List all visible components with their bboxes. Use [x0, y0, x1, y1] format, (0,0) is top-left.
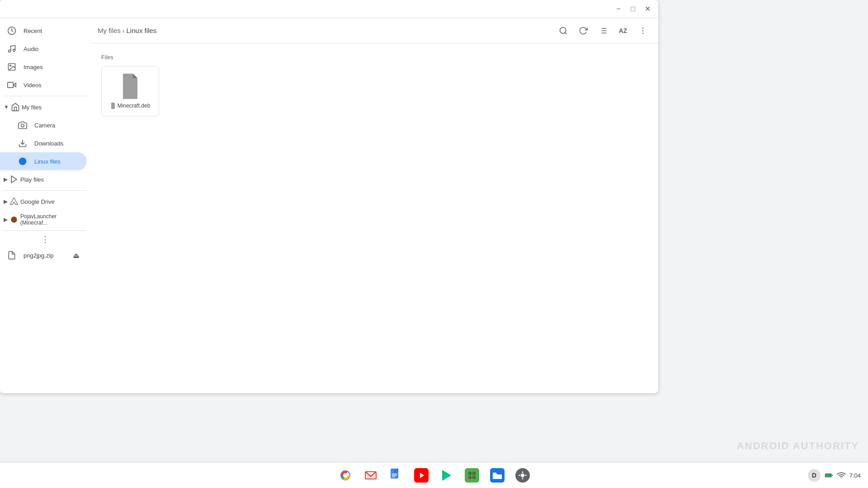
taskbar-minecraft[interactable]: [461, 465, 483, 486]
svg-marker-10: [11, 176, 17, 183]
sidebar-item-poja-launcher[interactable]: ▶ PojavLauncher (Minecraf...: [0, 211, 87, 229]
recent-icon: [7, 26, 16, 35]
audio-icon: [7, 44, 16, 53]
maximize-button[interactable]: □: [626, 2, 640, 16]
svg-rect-42: [472, 476, 476, 479]
svg-rect-6: [8, 82, 13, 88]
system-time: 7:04: [849, 472, 861, 479]
taskbar-settings[interactable]: [512, 465, 533, 486]
minimize-button[interactable]: −: [611, 2, 626, 16]
system-tray: D 7:04: [801, 463, 868, 488]
sidebar-item-linux-files[interactable]: Linux files: [0, 152, 87, 170]
my-files-chevron-icon: ▼: [4, 104, 9, 110]
file-tile-minecraft-deb[interactable]: Minecraft.deb: [101, 66, 159, 117]
file-grid: Minecraft.deb: [101, 66, 647, 117]
more-actions-button[interactable]: [635, 23, 651, 39]
search-button[interactable]: [555, 23, 571, 39]
svg-line-14: [565, 32, 567, 34]
svg-point-2: [13, 49, 15, 52]
taskbar-youtube[interactable]: [410, 465, 432, 486]
google-drive-chevron-icon: ▶: [4, 198, 8, 205]
file-tile-name: Minecraft.deb: [110, 103, 151, 109]
battery-icon: [824, 471, 833, 480]
refresh-button[interactable]: [575, 23, 591, 39]
downloads-icon: [18, 139, 27, 148]
sidebar-item-audio[interactable]: Audio: [0, 40, 87, 58]
svg-rect-41: [468, 476, 472, 479]
main-layout: Recent Audio Images Vid: [0, 18, 658, 393]
files-section-label: Files: [101, 54, 647, 61]
sidebar: Recent Audio Images Vid: [0, 18, 90, 393]
sidebar-item-my-files[interactable]: ▼ My files: [0, 98, 87, 116]
breadcrumb-linux-files: Linux files: [127, 27, 157, 34]
svg-point-48: [841, 478, 842, 479]
toolbar: My files › Linux files AZ: [90, 18, 658, 43]
watermark: ANDROID AUTHORITY: [737, 440, 859, 452]
file-manager-window: − □ ✕ Recent Audio: [0, 0, 658, 393]
svg-rect-39: [468, 472, 472, 475]
svg-point-45: [521, 474, 524, 477]
poja-icon: [9, 215, 19, 224]
videos-icon: [7, 80, 16, 89]
svg-point-26: [343, 473, 348, 478]
svg-point-22: [642, 30, 644, 31]
sidebar-item-camera[interactable]: Camera: [0, 116, 87, 134]
taskbar-chrome[interactable]: [335, 465, 356, 486]
file-name-doc-icon: [110, 103, 116, 109]
sort-button[interactable]: AZ: [615, 23, 631, 39]
breadcrumb-separator: ›: [123, 27, 125, 34]
user-avatar[interactable]: D: [808, 469, 821, 482]
poja-chevron-icon: ▶: [4, 216, 8, 223]
linux-files-icon: [18, 157, 27, 166]
breadcrumb-my-files[interactable]: My files: [98, 27, 121, 34]
svg-rect-47: [825, 474, 830, 477]
sidebar-item-videos[interactable]: Videos: [0, 76, 87, 94]
taskbar-docs[interactable]: [385, 465, 407, 486]
png2jpg-icon: [7, 251, 16, 260]
images-icon: [7, 62, 16, 71]
sidebar-divider-1: [4, 96, 87, 96]
camera-icon: [18, 121, 27, 130]
sidebar-item-play-files[interactable]: ▶ Play files: [0, 170, 87, 188]
sidebar-item-images[interactable]: Images: [0, 58, 87, 76]
svg-marker-5: [13, 83, 16, 87]
svg-marker-11: [10, 198, 18, 205]
play-files-chevron-icon: ▶: [4, 176, 8, 183]
svg-point-21: [642, 27, 644, 28]
svg-point-12: [11, 216, 17, 222]
breadcrumb: My files › Linux files: [98, 27, 552, 34]
svg-point-7: [21, 124, 24, 127]
taskbar-play-store[interactable]: [436, 465, 458, 486]
taskbar-gmail[interactable]: [360, 465, 382, 486]
sidebar-item-recent[interactable]: Recent: [0, 22, 87, 40]
close-button[interactable]: ✕: [640, 2, 655, 16]
toolbar-actions: AZ: [555, 23, 651, 39]
content-area: My files › Linux files AZ: [90, 18, 658, 393]
sidebar-divider-2: [4, 190, 87, 191]
svg-point-13: [560, 27, 566, 33]
sidebar-more-button[interactable]: ⋮: [0, 233, 90, 246]
sidebar-divider-3: [4, 230, 87, 231]
taskbar: [0, 463, 868, 488]
svg-point-9: [19, 158, 27, 165]
sidebar-item-downloads[interactable]: Downloads: [0, 134, 87, 152]
eject-icon[interactable]: ⏏: [73, 251, 80, 260]
file-tile-icon: [119, 74, 141, 99]
svg-point-23: [642, 33, 644, 34]
sidebar-item-google-drive[interactable]: ▶ Google Drive: [0, 192, 87, 211]
play-files-icon: [9, 175, 19, 184]
svg-point-4: [10, 65, 11, 66]
list-view-button[interactable]: [595, 23, 611, 39]
taskbar-files[interactable]: [486, 465, 508, 486]
wifi-icon: [837, 471, 846, 480]
sidebar-item-png2jpg[interactable]: png2jpg.zip ⏏: [0, 246, 87, 264]
svg-rect-40: [472, 472, 476, 475]
svg-rect-38: [465, 468, 479, 483]
svg-point-1: [9, 50, 11, 52]
title-bar: − □ ✕: [0, 0, 658, 18]
my-files-icon: [11, 103, 20, 112]
google-drive-icon: [9, 197, 19, 206]
file-content: Files: [90, 43, 658, 393]
